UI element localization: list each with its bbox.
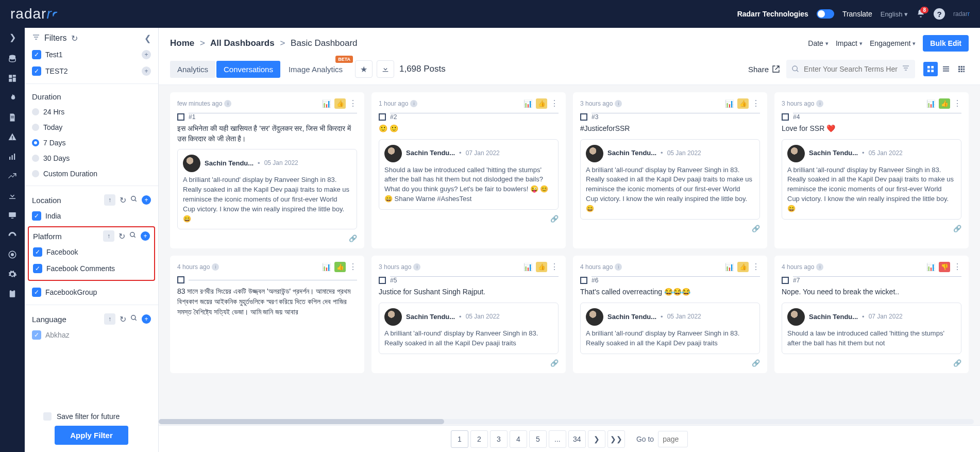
stats-icon[interactable]: 📊: [522, 262, 533, 272]
duration-option[interactable]: Custom Duration: [32, 166, 151, 181]
sentiment-icon[interactable]: 👍: [536, 262, 547, 272]
author-name[interactable]: Sachin Tendu...: [809, 312, 858, 322]
sentiment-icon[interactable]: 👍: [737, 262, 749, 272]
tab-analytics[interactable]: Analytics: [170, 61, 215, 78]
link-icon[interactable]: 🔗: [782, 225, 961, 232]
link-icon[interactable]: 🔗: [580, 225, 760, 232]
search-icon[interactable]: [130, 195, 138, 205]
duration-option[interactable]: 7 Days: [32, 135, 151, 150]
page-button[interactable]: ...: [549, 430, 566, 448]
info-icon[interactable]: i: [816, 263, 823, 271]
bulk-edit-button[interactable]: Bulk Edit: [923, 35, 969, 52]
gauge-icon[interactable]: [7, 230, 18, 240]
link-icon[interactable]: 🔗: [379, 215, 559, 223]
add-icon[interactable]: +: [142, 50, 151, 59]
refresh-icon[interactable]: ↻: [120, 314, 126, 324]
platform-item[interactable]: ✓FacebookGroup: [32, 284, 151, 300]
author-name[interactable]: Sachin Tendu...: [809, 148, 858, 158]
sentiment-icon[interactable]: 👍: [939, 98, 950, 109]
sort-icon[interactable]: ↑: [104, 313, 115, 325]
info-icon[interactable]: i: [615, 263, 622, 271]
duration-option[interactable]: Today: [32, 120, 151, 135]
info-icon[interactable]: i: [410, 100, 417, 107]
more-icon[interactable]: ⋮: [953, 99, 961, 108]
info-icon[interactable]: i: [413, 263, 420, 271]
sort-icon[interactable]: ↑: [104, 194, 115, 206]
language-item[interactable]: ✓Abkhaz: [32, 327, 151, 343]
stats-icon[interactable]: 📊: [724, 262, 734, 272]
search-input[interactable]: [804, 65, 898, 73]
more-icon[interactable]: ⋮: [752, 263, 760, 271]
logo[interactable]: radarr: [10, 6, 60, 22]
compact-view-icon[interactable]: [954, 62, 969, 76]
more-icon[interactable]: ⋮: [953, 263, 961, 271]
stats-icon[interactable]: 📊: [321, 98, 331, 109]
author-name[interactable]: Sachin Tendu...: [607, 148, 656, 158]
breadcrumb-all[interactable]: All Dashboards: [210, 38, 275, 48]
location-item[interactable]: ✓India: [32, 208, 151, 224]
duration-option[interactable]: 24 Hrs: [32, 104, 151, 120]
monitor-icon[interactable]: [7, 210, 18, 221]
star-icon[interactable]: ★: [355, 60, 373, 78]
author-name[interactable]: Sachin Tendu...: [406, 312, 455, 322]
page-button[interactable]: 34: [568, 430, 586, 448]
tab-image-analytics[interactable]: Image Analytics: [281, 61, 350, 78]
chart-icon[interactable]: [7, 152, 18, 162]
refresh-icon[interactable]: ↻: [71, 34, 78, 43]
sentiment-icon[interactable]: 👍: [334, 262, 346, 272]
more-icon[interactable]: ⋮: [349, 263, 357, 271]
apply-filter-button[interactable]: Apply Filter: [55, 426, 128, 445]
search-box[interactable]: [786, 60, 915, 78]
stats-icon[interactable]: 📊: [522, 98, 533, 109]
next-page-button[interactable]: ❯: [588, 430, 605, 448]
author-name[interactable]: Sachin Tendu...: [607, 312, 656, 322]
share-button[interactable]: Share: [748, 65, 780, 74]
platform-item[interactable]: ✓Facebook: [33, 244, 150, 260]
duration-option[interactable]: 30 Days: [32, 150, 151, 166]
add-platform-button[interactable]: +: [141, 231, 150, 241]
info-icon[interactable]: i: [212, 263, 219, 271]
stats-icon[interactable]: 📊: [724, 98, 734, 109]
stats-icon[interactable]: 📊: [321, 262, 331, 272]
add-location-button[interactable]: +: [142, 195, 151, 205]
dashboard-icon[interactable]: [7, 73, 18, 83]
date-dropdown[interactable]: Date: [808, 39, 829, 47]
search-icon[interactable]: [129, 231, 137, 241]
sentiment-icon[interactable]: 👍: [536, 98, 547, 109]
link-icon[interactable]: 🔗: [177, 235, 357, 242]
help-icon[interactable]: ?: [934, 8, 945, 20]
notifications-bell-icon[interactable]: 8: [916, 9, 925, 20]
filter-icon[interactable]: [902, 64, 910, 74]
refresh-icon[interactable]: ↻: [120, 195, 126, 205]
sentiment-icon[interactable]: 👍: [737, 98, 749, 109]
page-button[interactable]: 4: [510, 430, 527, 448]
target-icon[interactable]: [7, 249, 18, 260]
database-icon[interactable]: [7, 54, 18, 64]
last-page-button[interactable]: ❯❯: [607, 430, 625, 448]
document-icon[interactable]: [7, 112, 18, 123]
sort-icon[interactable]: ↑: [103, 230, 114, 242]
sentiment-icon[interactable]: 👎: [939, 262, 950, 272]
more-icon[interactable]: ⋮: [752, 99, 760, 108]
dashboard-filter-item[interactable]: ✓TEST2+: [32, 63, 151, 79]
add-language-button[interactable]: +: [142, 314, 151, 324]
stats-icon[interactable]: 📊: [925, 98, 936, 109]
gear-icon[interactable]: [7, 269, 18, 279]
page-button[interactable]: 1: [451, 430, 468, 448]
more-icon[interactable]: ⋮: [550, 263, 559, 271]
impact-dropdown[interactable]: Impact: [836, 39, 863, 47]
download-icon[interactable]: [7, 191, 18, 201]
breadcrumb-home[interactable]: Home: [170, 38, 194, 48]
engagement-dropdown[interactable]: Engagement: [870, 39, 916, 47]
grid-view-icon[interactable]: [923, 62, 938, 76]
more-icon[interactable]: ⋮: [349, 99, 357, 108]
stats-icon[interactable]: 📊: [925, 262, 936, 272]
page-button[interactable]: 3: [490, 430, 508, 448]
info-icon[interactable]: i: [816, 100, 823, 107]
save-filter-checkbox[interactable]: Save filter for future: [32, 412, 151, 421]
info-icon[interactable]: i: [224, 100, 231, 107]
platform-item[interactable]: ✓Facebook Comments: [33, 260, 150, 277]
expand-icon[interactable]: ❯: [7, 32, 18, 42]
author-name[interactable]: Sachin Tendu...: [406, 148, 455, 158]
sentiment-icon[interactable]: 👍: [334, 98, 346, 109]
